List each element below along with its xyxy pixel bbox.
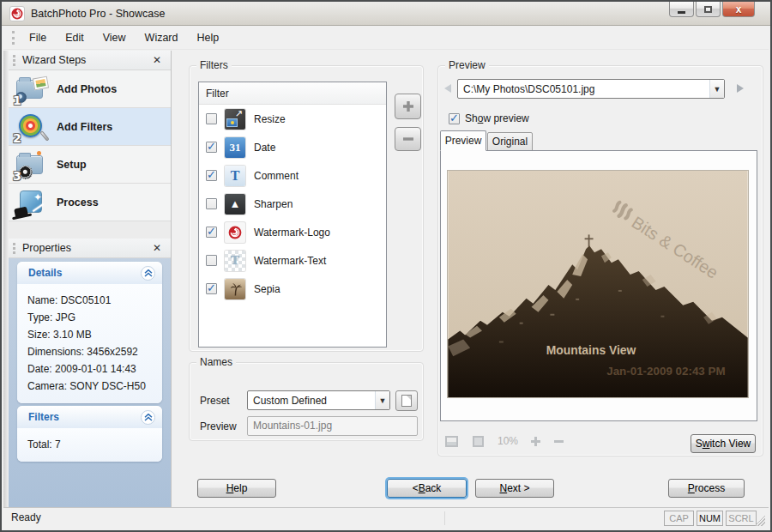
magic-hat-icon (14, 206, 28, 217)
filter-checkbox[interactable] (206, 142, 217, 153)
next-photo-icon[interactable] (737, 84, 744, 93)
panel-gripper[interactable] (13, 55, 15, 66)
title-bar[interactable]: BatchPhoto Pro - Showcase x (2, 2, 770, 26)
minimize-icon (678, 11, 685, 14)
help-button[interactable]: Help (197, 479, 276, 498)
filter-column-header[interactable]: Filter (199, 82, 386, 105)
back-button[interactable]: < Back (387, 479, 467, 498)
tab-original[interactable]: Original (487, 132, 533, 151)
step-number: 3 (13, 169, 21, 183)
filter-row-date[interactable]: 31Date (199, 133, 386, 161)
filters-card-header: Filters (17, 406, 162, 428)
sidebar-item-add-filters[interactable]: 2Add Filters (9, 108, 171, 146)
filter-label: Sepia (254, 283, 280, 295)
add-filters-icon: 2 (15, 112, 49, 142)
photo-caption: Mountains View (546, 343, 636, 357)
filter-label: Sharpen (254, 198, 293, 210)
menu-item-help[interactable]: Help (189, 28, 226, 47)
preset-select[interactable]: Custom Defined ▼ (247, 390, 390, 410)
filter-label: Comment (254, 170, 299, 182)
filter-checkbox[interactable] (206, 198, 217, 209)
sharpen-icon: ▲ (225, 194, 245, 215)
app-window: BatchPhoto Pro - Showcase x FileEditView… (0, 0, 772, 532)
detail-line: Name: DSC05101 (27, 292, 152, 309)
menu-item-edit[interactable]: Edit (57, 28, 92, 47)
step-number: 1 (13, 94, 21, 107)
resize-grip[interactable] (754, 515, 765, 526)
sidebar-item-label: Add Filters (57, 121, 112, 133)
panel-gripper[interactable] (13, 243, 15, 254)
minus-icon (402, 136, 414, 142)
wizard-steps-close-icon[interactable]: ✕ (150, 54, 164, 66)
close-button[interactable]: x (722, 2, 755, 17)
filter-checkbox[interactable] (206, 227, 217, 238)
wizard-steps-panel: Wizard Steps ✕ 1Add Photos2Add Filters3S… (9, 51, 171, 239)
wizard-steps-title: Wizard Steps (22, 54, 86, 66)
minimize-button[interactable] (669, 2, 694, 17)
color-swirl-icon (19, 114, 42, 137)
previous-photo-icon[interactable] (444, 84, 451, 93)
sidebar-item-label: Process (57, 196, 99, 209)
filter-row-resize[interactable]: ↗Resize (199, 105, 386, 133)
app-logo-icon (9, 6, 25, 21)
detail-line: Dimensions: 3456x2592 (27, 343, 152, 360)
filter-checkbox[interactable] (206, 170, 217, 181)
plus-icon (402, 100, 414, 112)
setup-icon: 3 (15, 150, 49, 179)
menu-item-view[interactable]: View (95, 28, 134, 47)
filter-row-watermark-text[interactable]: TWatermark-Text (199, 246, 386, 275)
filter-label: Date (254, 142, 275, 154)
filter-row-comment[interactable]: TComment (199, 161, 386, 190)
details-collapse-button[interactable] (141, 266, 155, 281)
sidebar-item-add-photos[interactable]: 1Add Photos (9, 70, 171, 108)
preview-groupbox: Preview C:\My Photos\DSC05101.jpg ▼ Show… (437, 65, 763, 456)
name-preview-field[interactable]: Mountains-01.jpg (247, 416, 418, 436)
sidebar-item-process[interactable]: ✦Process (9, 184, 171, 221)
photo-path-select[interactable]: C:\My Photos\DSC05101.jpg ▼ (457, 79, 725, 99)
menu-gripper[interactable] (12, 31, 15, 45)
resize-icon: ↗ (225, 109, 245, 130)
filter-row-sharpen[interactable]: ▲Sharpen (199, 190, 386, 218)
status-bar: Ready CAPNUMSCRL (3, 507, 769, 529)
maximize-button[interactable] (696, 2, 721, 17)
filter-label: Watermark-Logo (254, 227, 330, 239)
filter-checkbox[interactable] (206, 113, 217, 124)
preset-value: Custom Defined (248, 395, 375, 407)
detail-line: Size: 3.10 MB (27, 326, 152, 343)
next-button[interactable]: Next > (475, 479, 554, 498)
tab-preview[interactable]: Preview (440, 130, 486, 151)
sidebar-item-setup[interactable]: 3Setup (9, 146, 171, 184)
panel-gap (9, 221, 171, 239)
names-group-label: Names (196, 356, 236, 368)
zoom-controls: 10% (445, 435, 564, 447)
process-icon: ✦ (15, 188, 49, 217)
indicator-num: NUM (697, 511, 723, 526)
show-preview-checkbox[interactable] (449, 113, 460, 124)
process-button[interactable]: Process (668, 479, 745, 498)
show-preview-row: Show preview (442, 112, 529, 124)
filter-checkbox[interactable] (206, 283, 217, 294)
filter-row-sepia[interactable]: Sepia (199, 275, 386, 303)
filters-title: Filters (28, 411, 59, 423)
photo-preview[interactable]: Bits & Coffee (447, 170, 749, 398)
detail-line: Camera: SONY DSC-H50 (27, 378, 152, 395)
date-icon: 31 (225, 137, 245, 158)
menu-item-file[interactable]: File (21, 28, 54, 47)
chevron-up-icon (144, 414, 153, 421)
filter-checkbox[interactable] (206, 255, 217, 266)
fit-page-icon[interactable] (445, 436, 458, 447)
switch-view-button[interactable]: Switch View (691, 434, 756, 453)
zoom-out-icon[interactable] (553, 439, 564, 444)
add-filter-button[interactable] (395, 94, 421, 119)
actual-size-icon[interactable] (473, 436, 484, 447)
sidebar: Wizard Steps ✕ 1Add Photos2Add Filters3S… (9, 51, 172, 507)
remove-filter-button[interactable] (395, 127, 421, 151)
properties-close-icon[interactable]: ✕ (150, 242, 164, 254)
filters-collapse-button[interactable] (141, 410, 155, 425)
chevron-down-icon: ▼ (709, 80, 724, 98)
sidebar-item-label: Setup (57, 159, 87, 171)
menu-item-wizard[interactable]: Wizard (137, 28, 186, 47)
edit-preset-button[interactable] (395, 390, 418, 411)
zoom-in-icon[interactable] (530, 436, 541, 447)
filter-row-watermark-logo[interactable]: Watermark-Logo (199, 218, 386, 246)
